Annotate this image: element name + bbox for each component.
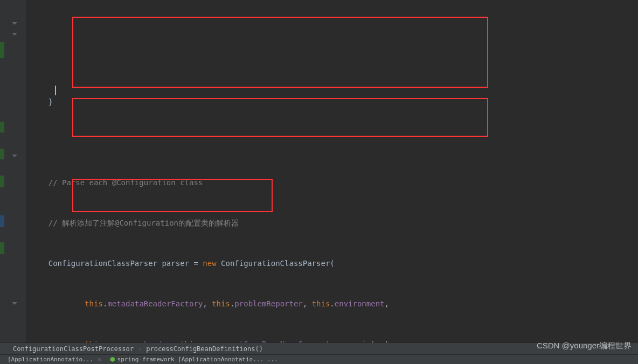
annotation-box — [72, 17, 488, 88]
code-area[interactable]: } // Parse each @Configuration class // … — [26, 0, 638, 345]
code-line: } — [26, 95, 638, 109]
vcs-change-marker[interactable] — [0, 176, 4, 187]
close-icon[interactable]: × — [98, 356, 101, 363]
vcs-change-marker[interactable] — [0, 149, 4, 159]
code-line: this.metadataReaderFactory, this.problem… — [26, 297, 638, 311]
fold-icon[interactable] — [11, 299, 18, 307]
editor-area: } // Parse each @Configuration class // … — [0, 0, 638, 345]
breadcrumb-item[interactable]: ConfigurationClassPostProcessor — [13, 345, 134, 353]
breadcrumb-separator: › — [138, 345, 142, 353]
watermark: CSDN @younger编程世界 — [537, 341, 632, 351]
run-tab[interactable]: [ApplicationAnnotatio... × — [3, 356, 106, 363]
tab-label: [ApplicationAnnotatio... — [8, 356, 93, 363]
run-icon: ⬢ — [110, 356, 115, 363]
code-line: ConfigurationClassParser parser = new Co… — [26, 257, 638, 270]
vcs-change-marker[interactable] — [0, 242, 4, 254]
run-tabs-bar: [ApplicationAnnotatio... × ⬢ spring-fram… — [0, 354, 638, 364]
gutter — [0, 0, 26, 345]
vcs-change-marker[interactable] — [0, 122, 4, 132]
breadcrumb-item[interactable]: processConfigBeanDefinitions() — [146, 345, 263, 353]
fold-icon[interactable] — [11, 19, 18, 27]
caret — [55, 86, 56, 95]
fold-icon[interactable] — [11, 152, 18, 159]
code-line: // Parse each @Configuration class — [26, 176, 638, 190]
vcs-change-marker[interactable] — [0, 42, 4, 58]
run-tab[interactable]: ⬢ spring-framework [ApplicationAnnotatio… — [106, 356, 282, 363]
vcs-change-marker[interactable] — [0, 215, 4, 227]
code-line: // 解析添加了注解@Configuration的配置类的解析器 — [26, 216, 638, 230]
tab-label: spring-framework [ApplicationAnnotatio..… — [117, 356, 278, 363]
fold-icon[interactable] — [11, 30, 18, 38]
code-line — [26, 136, 638, 149]
